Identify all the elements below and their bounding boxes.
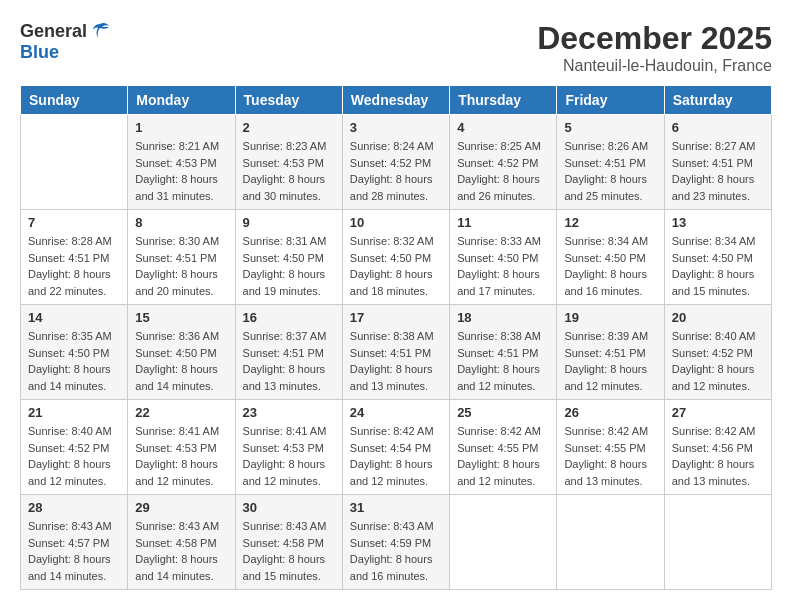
day-number: 2	[243, 120, 335, 135]
day-number: 24	[350, 405, 442, 420]
day-cell: 30Sunrise: 8:43 AM Sunset: 4:58 PM Dayli…	[235, 495, 342, 590]
page-header: General Blue December 2025 Nanteuil-le-H…	[20, 20, 772, 75]
day-cell: 5Sunrise: 8:26 AM Sunset: 4:51 PM Daylig…	[557, 115, 664, 210]
week-row-1: 1Sunrise: 8:21 AM Sunset: 4:53 PM Daylig…	[21, 115, 772, 210]
day-cell: 10Sunrise: 8:32 AM Sunset: 4:50 PM Dayli…	[342, 210, 449, 305]
day-cell: 18Sunrise: 8:38 AM Sunset: 4:51 PM Dayli…	[450, 305, 557, 400]
logo-bird-icon	[89, 20, 111, 42]
day-cell: 23Sunrise: 8:41 AM Sunset: 4:53 PM Dayli…	[235, 400, 342, 495]
day-number: 19	[564, 310, 656, 325]
day-number: 20	[672, 310, 764, 325]
day-cell: 2Sunrise: 8:23 AM Sunset: 4:53 PM Daylig…	[235, 115, 342, 210]
day-info: Sunrise: 8:41 AM Sunset: 4:53 PM Dayligh…	[243, 423, 335, 489]
day-number: 9	[243, 215, 335, 230]
calendar-header: SundayMondayTuesdayWednesdayThursdayFrid…	[21, 86, 772, 115]
week-row-5: 28Sunrise: 8:43 AM Sunset: 4:57 PM Dayli…	[21, 495, 772, 590]
day-number: 31	[350, 500, 442, 515]
day-number: 3	[350, 120, 442, 135]
day-cell: 26Sunrise: 8:42 AM Sunset: 4:55 PM Dayli…	[557, 400, 664, 495]
day-number: 21	[28, 405, 120, 420]
week-row-4: 21Sunrise: 8:40 AM Sunset: 4:52 PM Dayli…	[21, 400, 772, 495]
day-cell: 31Sunrise: 8:43 AM Sunset: 4:59 PM Dayli…	[342, 495, 449, 590]
day-cell: 11Sunrise: 8:33 AM Sunset: 4:50 PM Dayli…	[450, 210, 557, 305]
day-number: 27	[672, 405, 764, 420]
day-cell: 29Sunrise: 8:43 AM Sunset: 4:58 PM Dayli…	[128, 495, 235, 590]
day-cell: 8Sunrise: 8:30 AM Sunset: 4:51 PM Daylig…	[128, 210, 235, 305]
day-info: Sunrise: 8:34 AM Sunset: 4:50 PM Dayligh…	[564, 233, 656, 299]
day-info: Sunrise: 8:37 AM Sunset: 4:51 PM Dayligh…	[243, 328, 335, 394]
day-info: Sunrise: 8:27 AM Sunset: 4:51 PM Dayligh…	[672, 138, 764, 204]
day-info: Sunrise: 8:40 AM Sunset: 4:52 PM Dayligh…	[672, 328, 764, 394]
week-row-3: 14Sunrise: 8:35 AM Sunset: 4:50 PM Dayli…	[21, 305, 772, 400]
calendar-table: SundayMondayTuesdayWednesdayThursdayFrid…	[20, 85, 772, 590]
day-info: Sunrise: 8:25 AM Sunset: 4:52 PM Dayligh…	[457, 138, 549, 204]
day-number: 1	[135, 120, 227, 135]
day-number: 8	[135, 215, 227, 230]
day-cell	[557, 495, 664, 590]
day-info: Sunrise: 8:21 AM Sunset: 4:53 PM Dayligh…	[135, 138, 227, 204]
day-number: 22	[135, 405, 227, 420]
day-number: 5	[564, 120, 656, 135]
day-info: Sunrise: 8:43 AM Sunset: 4:59 PM Dayligh…	[350, 518, 442, 584]
day-cell: 16Sunrise: 8:37 AM Sunset: 4:51 PM Dayli…	[235, 305, 342, 400]
day-info: Sunrise: 8:24 AM Sunset: 4:52 PM Dayligh…	[350, 138, 442, 204]
day-cell: 15Sunrise: 8:36 AM Sunset: 4:50 PM Dayli…	[128, 305, 235, 400]
logo-blue-text: Blue	[20, 42, 59, 62]
day-info: Sunrise: 8:38 AM Sunset: 4:51 PM Dayligh…	[457, 328, 549, 394]
day-number: 25	[457, 405, 549, 420]
day-info: Sunrise: 8:40 AM Sunset: 4:52 PM Dayligh…	[28, 423, 120, 489]
header-monday: Monday	[128, 86, 235, 115]
day-number: 16	[243, 310, 335, 325]
day-info: Sunrise: 8:30 AM Sunset: 4:51 PM Dayligh…	[135, 233, 227, 299]
day-number: 6	[672, 120, 764, 135]
month-title: December 2025	[537, 20, 772, 57]
day-info: Sunrise: 8:43 AM Sunset: 4:58 PM Dayligh…	[243, 518, 335, 584]
day-info: Sunrise: 8:42 AM Sunset: 4:54 PM Dayligh…	[350, 423, 442, 489]
day-cell: 12Sunrise: 8:34 AM Sunset: 4:50 PM Dayli…	[557, 210, 664, 305]
day-cell	[664, 495, 771, 590]
day-cell: 14Sunrise: 8:35 AM Sunset: 4:50 PM Dayli…	[21, 305, 128, 400]
day-info: Sunrise: 8:42 AM Sunset: 4:55 PM Dayligh…	[564, 423, 656, 489]
day-info: Sunrise: 8:31 AM Sunset: 4:50 PM Dayligh…	[243, 233, 335, 299]
day-info: Sunrise: 8:38 AM Sunset: 4:51 PM Dayligh…	[350, 328, 442, 394]
day-cell: 9Sunrise: 8:31 AM Sunset: 4:50 PM Daylig…	[235, 210, 342, 305]
day-cell: 24Sunrise: 8:42 AM Sunset: 4:54 PM Dayli…	[342, 400, 449, 495]
day-info: Sunrise: 8:33 AM Sunset: 4:50 PM Dayligh…	[457, 233, 549, 299]
day-number: 7	[28, 215, 120, 230]
day-number: 4	[457, 120, 549, 135]
day-info: Sunrise: 8:23 AM Sunset: 4:53 PM Dayligh…	[243, 138, 335, 204]
day-cell: 28Sunrise: 8:43 AM Sunset: 4:57 PM Dayli…	[21, 495, 128, 590]
logo: General Blue	[20, 20, 111, 63]
title-block: December 2025 Nanteuil-le-Haudouin, Fran…	[537, 20, 772, 75]
day-number: 11	[457, 215, 549, 230]
day-number: 17	[350, 310, 442, 325]
header-saturday: Saturday	[664, 86, 771, 115]
header-friday: Friday	[557, 86, 664, 115]
day-cell: 20Sunrise: 8:40 AM Sunset: 4:52 PM Dayli…	[664, 305, 771, 400]
day-info: Sunrise: 8:39 AM Sunset: 4:51 PM Dayligh…	[564, 328, 656, 394]
day-info: Sunrise: 8:28 AM Sunset: 4:51 PM Dayligh…	[28, 233, 120, 299]
day-info: Sunrise: 8:43 AM Sunset: 4:57 PM Dayligh…	[28, 518, 120, 584]
day-info: Sunrise: 8:41 AM Sunset: 4:53 PM Dayligh…	[135, 423, 227, 489]
day-cell: 19Sunrise: 8:39 AM Sunset: 4:51 PM Dayli…	[557, 305, 664, 400]
day-cell: 4Sunrise: 8:25 AM Sunset: 4:52 PM Daylig…	[450, 115, 557, 210]
day-info: Sunrise: 8:36 AM Sunset: 4:50 PM Dayligh…	[135, 328, 227, 394]
day-number: 23	[243, 405, 335, 420]
day-number: 29	[135, 500, 227, 515]
day-number: 10	[350, 215, 442, 230]
day-info: Sunrise: 8:42 AM Sunset: 4:56 PM Dayligh…	[672, 423, 764, 489]
header-thursday: Thursday	[450, 86, 557, 115]
day-info: Sunrise: 8:43 AM Sunset: 4:58 PM Dayligh…	[135, 518, 227, 584]
day-cell: 1Sunrise: 8:21 AM Sunset: 4:53 PM Daylig…	[128, 115, 235, 210]
day-number: 15	[135, 310, 227, 325]
header-sunday: Sunday	[21, 86, 128, 115]
day-cell	[450, 495, 557, 590]
day-cell: 22Sunrise: 8:41 AM Sunset: 4:53 PM Dayli…	[128, 400, 235, 495]
day-number: 30	[243, 500, 335, 515]
header-tuesday: Tuesday	[235, 86, 342, 115]
day-cell: 13Sunrise: 8:34 AM Sunset: 4:50 PM Dayli…	[664, 210, 771, 305]
header-wednesday: Wednesday	[342, 86, 449, 115]
day-cell: 3Sunrise: 8:24 AM Sunset: 4:52 PM Daylig…	[342, 115, 449, 210]
day-number: 12	[564, 215, 656, 230]
day-info: Sunrise: 8:35 AM Sunset: 4:50 PM Dayligh…	[28, 328, 120, 394]
